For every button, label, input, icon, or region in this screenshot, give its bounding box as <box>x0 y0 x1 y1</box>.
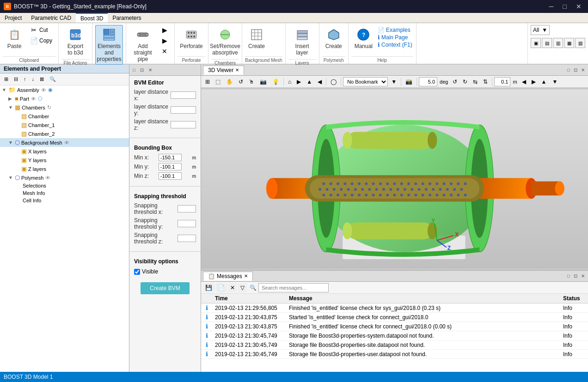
tree-collapse-button[interactable]: ⊟ <box>12 75 20 84</box>
part-more2-button[interactable]: ▶ <box>158 36 172 46</box>
msg-close-panel-button[interactable]: ✕ <box>580 273 586 279</box>
eye-part-icon[interactable]: 👁 <box>31 96 36 102</box>
vt-select-button[interactable]: 🖱 <box>246 77 257 86</box>
viewer-tab-close-icon[interactable]: ✕ <box>235 67 239 73</box>
perforate-button[interactable]: Perforate <box>178 25 205 52</box>
viewer-maximize-button[interactable]: ⊡ <box>572 67 579 73</box>
close-button[interactable]: ✕ <box>573 2 584 11</box>
tree-filter-button[interactable]: ⊠ <box>37 75 46 84</box>
bvm-min-z-input[interactable] <box>159 172 182 180</box>
eye-bg-mesh-icon[interactable]: 👁 <box>64 140 69 146</box>
msg-clear-button[interactable]: ✕ <box>228 283 237 292</box>
tree-item-x-layers[interactable]: ▣ X layers <box>0 147 129 156</box>
all-dropdown[interactable]: All ▼ <box>531 25 550 35</box>
paste-button[interactable]: 📋 Paste <box>3 25 26 52</box>
tree-item-cell-info[interactable]: Cell Info <box>0 197 129 204</box>
menu-parametric-cad[interactable]: Parametric CAD <box>26 13 76 23</box>
msg-search-input[interactable] <box>258 283 329 292</box>
snapping-x-input[interactable] <box>178 205 196 212</box>
elements-properties-button[interactable]: Elements and properties <box>95 25 123 65</box>
menu-project[interactable]: Project <box>0 13 26 23</box>
tree-up-button[interactable]: ↑ <box>21 75 29 84</box>
tree-expand-button[interactable]: ⊞ <box>2 75 11 84</box>
add-straight-pipe-button[interactable]: Add straight pipe <box>129 25 157 65</box>
vt-camera-button[interactable]: 📷 <box>257 77 269 86</box>
msg-save-button[interactable]: 💾 <box>203 283 214 292</box>
set-remove-absorptive-button[interactable]: Set/Remove absorptive <box>211 25 239 58</box>
view-icon-5[interactable]: ▧ <box>575 38 585 48</box>
m-input[interactable] <box>494 77 510 86</box>
vt-rotate-right-button[interactable]: ↻ <box>460 77 470 86</box>
messages-tab[interactable]: 📋 Messages ✕ <box>203 272 253 281</box>
refresh-chambers-icon[interactable]: ↻ <box>47 104 51 110</box>
menu-boost-3d[interactable]: Boost 3D <box>76 13 108 23</box>
part-delete-button[interactable]: ✕ <box>158 46 172 56</box>
insert-layer-button[interactable]: Insert layer <box>288 25 316 58</box>
snapping-z-input[interactable] <box>178 235 196 242</box>
middle-maximize-button[interactable]: ⊡ <box>139 67 145 73</box>
vt-screenshot-button[interactable]: 📸 <box>403 77 415 86</box>
vt-flip-h-button[interactable]: ⇆ <box>471 77 480 86</box>
create-polymesh-button[interactable]: Create <box>322 25 345 52</box>
part-more-button[interactable]: ▶ <box>158 25 172 35</box>
vt-zoom-button[interactable]: ⬚ <box>213 77 223 86</box>
context-link[interactable]: ℹ Context (F1) <box>378 42 412 48</box>
msg-filter-button[interactable]: ▽ <box>238 283 247 292</box>
visible-checkbox[interactable] <box>134 269 140 275</box>
create-bvm-button[interactable]: Create BVM <box>141 282 189 294</box>
vt-view-right-button[interactable]: ◀ <box>315 77 324 86</box>
tree-item-bg-mesh[interactable]: ▼ ⬡ Background Mesh 👁 <box>0 138 129 147</box>
vt-rotate-button[interactable]: ↺ <box>236 77 245 86</box>
tree-item-chambers[interactable]: ▼ ▦ Chambers ↻ <box>0 103 129 112</box>
vt-bookmark-dropdown-button[interactable]: ▼ <box>389 77 399 86</box>
tree-down-button[interactable]: ↓ <box>30 75 37 84</box>
snapping-y-input[interactable] <box>178 220 196 227</box>
eye-polymesh-icon[interactable]: 👁 <box>45 175 50 181</box>
vt-fit-button[interactable]: ⊞ <box>203 77 212 86</box>
vt-move-up-button[interactable]: ▲ <box>539 77 549 86</box>
manual-button[interactable]: ? Manual <box>351 25 376 52</box>
vt-home-button[interactable]: ⌂ <box>286 77 294 86</box>
vt-view-front-button[interactable]: ▶ <box>294 77 303 86</box>
bvm-layer-z-input[interactable] <box>171 121 196 128</box>
viewport-3d[interactable]: X Y Z <box>201 88 588 270</box>
deg-input[interactable] <box>419 77 437 86</box>
view-icon-1[interactable]: ▣ <box>531 38 541 48</box>
viewer-close-panel-button[interactable]: ✕ <box>580 67 586 73</box>
tree-item-y-layers[interactable]: ▣ Y layers <box>0 156 129 164</box>
vt-pan-button[interactable]: ✋ <box>224 77 235 86</box>
menu-parameters[interactable]: Parameters <box>108 13 146 23</box>
create-bg-mesh-button[interactable]: Create <box>245 25 268 52</box>
examples-link[interactable]: 📄 Examples <box>378 27 412 33</box>
3d-viewer-tab[interactable]: 3D Viewer ✕ <box>203 66 244 75</box>
bvm-layer-y-input[interactable] <box>171 106 196 114</box>
bvm-layer-x-input[interactable] <box>171 91 196 99</box>
vt-circle-button[interactable]: ◯ <box>328 77 339 86</box>
tree-item-part[interactable]: ▶ ■ Part 👁 ⬡ <box>0 94 129 103</box>
tree-search-button[interactable]: 🔍 <box>47 75 58 84</box>
copy-button[interactable]: 📄Copy <box>27 36 55 46</box>
maximize-button[interactable]: □ <box>560 2 570 11</box>
vt-rotate-left-button[interactable]: ↺ <box>450 77 459 86</box>
vt-light-button[interactable]: 💡 <box>270 77 282 86</box>
msg-restore-button[interactable]: □ <box>566 273 571 279</box>
view-icon-2[interactable]: ▤ <box>542 38 552 48</box>
tree-item-assembly[interactable]: ▼ 📁 Assembly 👁 ◉ <box>0 85 129 94</box>
tree-item-z-layers[interactable]: ▣ Z layers <box>0 164 129 173</box>
eye-assembly-icon[interactable]: 👁 <box>41 87 46 93</box>
tree-item-chamber[interactable]: ▧ Chamber <box>0 112 129 121</box>
vt-move-down-button[interactable]: ▼ <box>550 77 560 86</box>
view-icon-4[interactable]: ▦ <box>564 38 574 48</box>
tree-item-mesh-info[interactable]: Mesh Info <box>0 189 129 197</box>
vt-flip-v-button[interactable]: ⇅ <box>481 77 490 86</box>
vt-view-top-button[interactable]: ▲ <box>304 77 314 86</box>
minimize-button[interactable]: ─ <box>546 2 557 11</box>
tree-item-polymesh[interactable]: ▼ ⬡ Polymesh 👁 <box>0 173 129 182</box>
export-b3d-button[interactable]: b3d Export to b3d <box>61 25 89 58</box>
bvm-min-x-input[interactable] <box>159 154 182 161</box>
main-page-link[interactable]: ℹ Main Page <box>378 34 412 41</box>
bookmark-select[interactable]: No Bookmark <box>343 77 388 86</box>
msg-copy-button[interactable]: 📄 <box>215 283 227 292</box>
bvm-min-y-input[interactable] <box>159 163 182 170</box>
messages-tab-close-icon[interactable]: ✕ <box>244 273 248 279</box>
